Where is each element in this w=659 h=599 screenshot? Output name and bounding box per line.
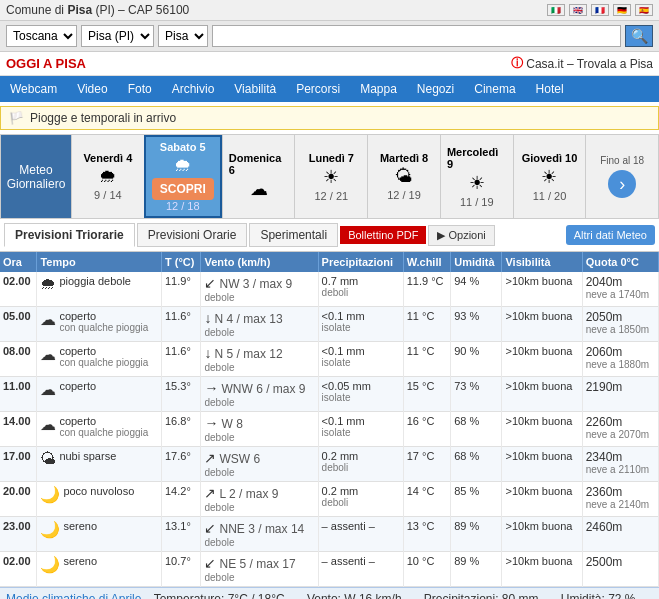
cell-weather: 🌧 pioggia debole [37,272,162,307]
col-vento: Vento (km/h) [201,252,318,272]
flag-gb[interactable]: 🇬🇧 [569,4,587,16]
wind-strength: debole [204,467,234,478]
wind-strength: debole [204,537,234,548]
wind-arrow-icon: ↓ [204,310,211,326]
bottom-stats: Medie climatiche di Aprile Temperature: … [0,587,659,599]
province-select[interactable]: Pisa (PI) [81,25,154,47]
nav-mappa[interactable]: Mappa [350,76,407,102]
day-name-1: Sabato 5 [160,141,206,153]
nav-cinema[interactable]: Cinema [464,76,525,102]
quota-sub: neve a 1880m [586,359,655,370]
fino-al-cell[interactable]: Fino al 18 › [585,135,658,218]
nav-viabilita[interactable]: Viabilità [224,76,286,102]
day-name-0: Venerdì 4 [83,152,132,164]
wind-arrow-icon: ↙ [204,555,216,571]
oggi-pisa-link[interactable]: OGGI A PISA [6,56,86,71]
day-icon-2: ☁ [250,178,268,200]
flag-it[interactable]: 🇮🇹 [547,4,565,16]
wind-strength: debole [204,292,234,303]
casa-link: ⓘ Casa.it – Trovala a Pisa [511,55,653,72]
temperature-stat: Temperature: 7°C / 18°C [154,592,285,599]
cell-temp: 17.6° [161,447,201,482]
cell-precip: <0.1 mm isolate [318,307,403,342]
precip-val: 0.2 mm [322,485,400,497]
search-input[interactable] [212,25,621,47]
tab-triorarie[interactable]: Previsioni Triorarie [4,223,135,247]
day-temps-4: 12 / 19 [387,189,421,201]
day-domenica[interactable]: Domenica 6 ☁ [222,135,295,218]
tab-orarie[interactable]: Previsioni Orarie [137,223,248,247]
cell-visibility: >10km buona [502,377,582,412]
bollettino-button[interactable]: Bollettino PDF [340,226,426,244]
cell-weather: ☁ coperto con qualche pioggia [37,342,162,377]
next-week-button[interactable]: › [608,170,636,198]
city-select[interactable]: Pisa [158,25,208,47]
fino-al-label: Fino al 18 [600,155,644,166]
quota-sub: neve a 1740m [586,289,655,300]
cell-wchill: 15 °C [403,377,450,412]
wind-dir: NNE 3 / max 14 [220,522,305,536]
nav-bar: Webcam Video Foto Archivio Viabilità Per… [0,76,659,102]
cell-precip: <0.1 mm isolate [318,342,403,377]
day-mercoledi[interactable]: Mercoledì 9 ☀ 11 / 19 [440,135,513,218]
cell-quota: 2260m neve a 2070m [582,412,658,447]
nav-archivio[interactable]: Archivio [162,76,225,102]
cell-quota: 2190m [582,377,658,412]
scopri-button[interactable]: SCOPRI [152,178,214,200]
flag-de[interactable]: 🇩🇪 [613,4,631,16]
altri-dati-button[interactable]: Altri dati Meteo [566,225,655,245]
day-venerdi[interactable]: Venerdì 4 🌧 9 / 14 [71,135,144,218]
day-lunedi[interactable]: Lunedì 7 ☀ 12 / 21 [294,135,367,218]
nav-foto[interactable]: Foto [118,76,162,102]
day-sabato[interactable]: Sabato 5 🌧 SCOPRI 12 / 18 [144,135,222,218]
quota-val: 2040m [586,275,655,289]
day-temps-6: 11 / 20 [533,190,567,202]
wind-dir: NE 5 / max 17 [220,557,296,571]
nav-hotel[interactable]: Hotel [526,76,574,102]
weather-icon: ☁ [40,310,56,329]
giornaliero-label: Giornaliero [7,177,66,191]
nav-percorsi[interactable]: Percorsi [286,76,350,102]
search-button[interactable]: 🔍 [625,25,653,47]
cell-quota: 2500m [582,552,658,587]
wind-strength: debole [204,432,234,443]
cell-precip: <0.1 mm isolate [318,412,403,447]
cell-quota: 2050m neve a 1850m [582,307,658,342]
precip-val: <0.05 mm [322,380,400,392]
wind-strength: debole [204,327,234,338]
wind-arrow-icon: → [204,415,218,431]
tab-sperimentali[interactable]: Sperimentali [249,223,338,247]
opzioni-button[interactable]: ▶ Opzioni [428,225,494,246]
table-row: 23.00 🌙 sereno 13.1° ↙ NNE 3 / max 14 de… [0,517,659,552]
cell-time: 17.00 [0,447,37,482]
weather-icon: 🌧 [40,275,56,293]
cell-humidity: 68 % [451,412,502,447]
nav-negozi[interactable]: Negozi [407,76,464,102]
cell-time: 11.00 [0,377,37,412]
day-name-4: Martedì 8 [380,152,428,164]
nav-webcam[interactable]: Webcam [0,76,67,102]
day-icon-6: ☀ [541,166,557,188]
precip-type: deboli [322,497,400,508]
weather-sub: con qualche pioggia [59,357,148,368]
vento-stat: Vento: W 16 km/h [307,592,402,599]
region-select[interactable]: Toscana [6,25,77,47]
weather-desc: coperto [59,345,148,357]
day-martedi[interactable]: Martedì 8 🌤 12 / 19 [367,135,440,218]
medie-link[interactable]: Medie climatiche di Aprile [6,592,141,599]
day-icon-0: 🌧 [99,166,117,187]
day-giovedi[interactable]: Giovedì 10 ☀ 11 / 20 [513,135,586,218]
flag-fr[interactable]: 🇫🇷 [591,4,609,16]
quota-val: 2060m [586,345,655,359]
wind-dir: WNW 6 / max 9 [222,382,306,396]
wind-strength: debole [204,397,234,408]
nav-video[interactable]: Video [67,76,117,102]
table-row: 20.00 🌙 poco nuvoloso 14.2° ↗ L 2 / max … [0,482,659,517]
cell-weather: 🌙 sereno [37,552,162,587]
cell-wind: → WNW 6 / max 9 debole [201,377,318,412]
cell-humidity: 68 % [451,447,502,482]
precip-type: isolate [322,392,400,403]
flag-es[interactable]: 🇪🇸 [635,4,653,16]
cell-temp: 11.6° [161,342,201,377]
precip-type: isolate [322,322,400,333]
